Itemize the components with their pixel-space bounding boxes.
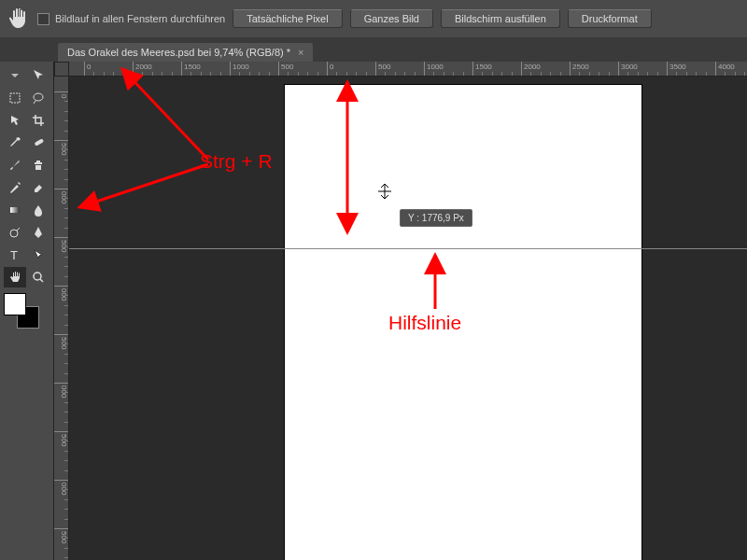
svg-line-8 — [82, 164, 208, 206]
tool-type[interactable]: T — [4, 245, 26, 265]
document-tab[interactable]: Das Orakel des Meeres.psd bei 9,74% (RGB… — [58, 43, 313, 62]
tab-title: Das Orakel des Meeres.psd bei 9,74% (RGB… — [67, 47, 290, 58]
svg-line-7 — [124, 71, 208, 160]
tool-marquee[interactable] — [4, 88, 26, 108]
canvas-area[interactable]: 0200015001000500050010001500200025003000… — [54, 62, 747, 560]
document-tab-bar: Das Orakel des Meeres.psd bei 9,74% (RGB… — [0, 37, 747, 62]
tool-dodge[interactable] — [4, 222, 26, 243]
ruler-origin[interactable] — [54, 62, 69, 77]
checkbox-box — [37, 13, 49, 25]
tool-path-select[interactable] — [28, 245, 50, 265]
svg-rect-3 — [10, 207, 20, 213]
tool-history-brush[interactable] — [4, 177, 26, 198]
document-canvas[interactable] — [285, 85, 641, 560]
vertical-ruler[interactable]: 0500000500000500000500000500 — [54, 77, 69, 560]
svg-text:T: T — [10, 248, 18, 262]
tool-brush[interactable] — [4, 155, 26, 175]
tool-lasso[interactable] — [28, 88, 50, 108]
tool-move[interactable] — [28, 65, 50, 86]
annotation-ctrlr: Strg + R — [200, 150, 273, 173]
horizontal-guide[interactable] — [69, 248, 747, 249]
actual-pixels-button[interactable]: Tatsächliche Pixel — [233, 9, 342, 28]
tool-clone[interactable] — [28, 155, 50, 175]
tool-eyedropper[interactable] — [4, 133, 26, 153]
tool-pen[interactable] — [28, 222, 50, 243]
foreground-swatch[interactable] — [4, 293, 26, 315]
scroll-all-windows-checkbox[interactable]: Bildlauf in allen Fenstern durchführen — [37, 13, 225, 25]
tool-gradient[interactable] — [4, 200, 26, 220]
options-bar: Bildlauf in allen Fenstern durchführen T… — [0, 0, 747, 37]
tools-panel: T — [0, 62, 54, 560]
annotation-hilfslinie: Hilfslinie — [388, 312, 461, 334]
tool-blur[interactable] — [28, 200, 50, 220]
print-size-button[interactable]: Druckformat — [568, 9, 652, 28]
fill-screen-button[interactable]: Bildschirm ausfüllen — [441, 9, 560, 28]
tool-heal[interactable] — [28, 133, 50, 153]
tool-quick-select[interactable] — [4, 110, 26, 131]
svg-point-6 — [34, 273, 41, 280]
checkbox-label: Bildlauf in allen Fenstern durchführen — [55, 13, 225, 24]
tool-expand-icon[interactable] — [4, 65, 26, 86]
tab-close-icon[interactable]: × — [298, 47, 303, 58]
tool-hand[interactable] — [4, 267, 26, 287]
color-swatches[interactable] — [4, 293, 39, 329]
tool-eraser[interactable] — [28, 177, 50, 198]
svg-rect-0 — [10, 93, 20, 103]
hand-tool-indicator — [7, 7, 30, 30]
fit-screen-button[interactable]: Ganzes Bild — [350, 9, 433, 28]
horizontal-ruler[interactable]: 0200015001000500050010001500200025003000… — [69, 62, 747, 77]
svg-point-1 — [34, 93, 43, 101]
guide-position-tooltip: Y : 1776,9 Px — [400, 209, 472, 227]
svg-point-4 — [10, 230, 18, 237]
tool-crop[interactable] — [28, 110, 50, 131]
workspace: T 02000150010005000500100015002000250030… — [0, 62, 747, 560]
svg-rect-2 — [35, 138, 45, 146]
tool-zoom[interactable] — [28, 267, 50, 287]
